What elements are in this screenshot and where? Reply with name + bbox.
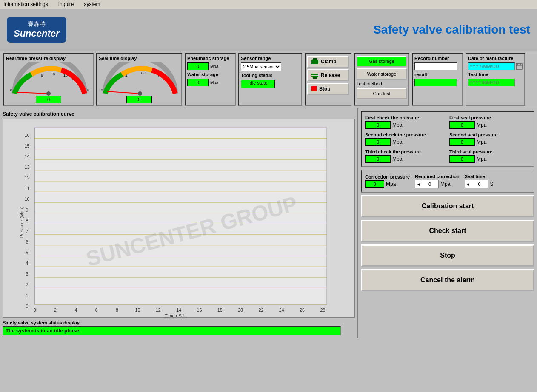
svg-rect-21 [311, 60, 318, 62]
first-seal-item: First seal pressure Mpa [449, 115, 530, 129]
date-of-manufacture-label: Date of manufacture [468, 56, 523, 61]
calibration-start-button[interactable]: Calibration start [361, 195, 534, 217]
svg-text:5: 5 [26, 250, 28, 255]
svg-text:8: 8 [53, 72, 55, 76]
gas-water-panel: Gas storage Water storage Test method Ga… [354, 53, 409, 106]
clamp-button[interactable]: Clamp [307, 56, 349, 68]
svg-text:10: 10 [25, 196, 30, 202]
test-method-label: Test method [357, 81, 407, 86]
svg-text:12: 12 [156, 307, 161, 312]
required-correction-unit: Mpa [440, 181, 450, 187]
svg-text:6: 6 [26, 239, 28, 244]
svg-text:12: 12 [25, 175, 30, 180]
second-check-item: Second check the pressure Mpa [365, 132, 446, 146]
seal-time-right-value[interactable] [471, 180, 488, 188]
second-check-label: Second check the pressure [365, 132, 446, 137]
stop-button-main[interactable]: Stop [361, 244, 534, 267]
date-of-manufacture-input[interactable] [468, 62, 515, 70]
menu-inquire[interactable]: Inquire [57, 1, 76, 8]
first-seal-label: First seal pressure [449, 115, 530, 120]
result-input[interactable] [414, 79, 457, 86]
water-storage-value[interactable] [187, 79, 209, 86]
svg-text:14: 14 [25, 154, 30, 159]
water-storage-label: Water storage [187, 72, 233, 77]
action-panel: Clamp Release Stop [305, 53, 351, 106]
record-number-input[interactable] [414, 62, 457, 70]
svg-text:22: 22 [259, 307, 264, 312]
third-seal-value[interactable] [449, 155, 475, 163]
seal-time-gauge-svg: 0 0.2 0.4 0.6 0.8 1 S [99, 62, 180, 96]
test-time-input[interactable] [468, 79, 515, 86]
second-seal-item: Second seal pressure Mpa [449, 132, 530, 146]
realtime-pressure-value[interactable] [36, 96, 61, 103]
svg-text:14: 14 [176, 307, 181, 312]
svg-text:10: 10 [135, 307, 140, 312]
first-seal-value[interactable] [449, 121, 475, 129]
gas-test-button[interactable]: Gas test [357, 88, 407, 99]
right-panel: First check the pressure Mpa First seal … [358, 108, 537, 338]
menubar: Information settings Inquire system [0, 0, 537, 9]
seal-time-value[interactable] [126, 96, 152, 103]
seal-time-right-unit: S [490, 181, 494, 187]
second-seal-value[interactable] [449, 138, 475, 146]
chart-title: Safety valve calibration curve [3, 111, 355, 117]
second-check-value[interactable] [365, 138, 391, 146]
status-text: The system is in an idle phase [3, 326, 341, 335]
water-unit: Mpa [210, 80, 218, 85]
second-seal-label: Second seal pressure [449, 132, 530, 137]
first-seal-unit: Mpa [477, 122, 486, 128]
sensor-range-label: Sensor range [241, 56, 300, 61]
spin-left-icon: ◄ [415, 182, 421, 187]
svg-marker-23 [312, 58, 317, 60]
gas-storage-button[interactable]: Gas storage [357, 56, 407, 67]
pressure-section: First check the pressure Mpa First seal … [361, 111, 534, 167]
menu-information-settings[interactable]: Information settings [2, 1, 50, 8]
svg-text:8: 8 [116, 307, 118, 312]
storage-panel: Pneumatic storage Mpa Water storage Mpa [185, 53, 236, 106]
pneumatic-unit: Mpa [210, 64, 218, 69]
pressure-gauge-svg: 0 2 4 6 8 10 12 14 16 Mpa [6, 62, 91, 96]
tooling-status-label: Tooling status [241, 73, 300, 78]
record-panel: Record number result [412, 53, 463, 106]
svg-text:28: 28 [320, 307, 326, 312]
svg-text:26: 26 [300, 307, 305, 312]
required-correction-label: Required correction [415, 174, 460, 179]
svg-text:6: 6 [41, 73, 43, 77]
status-title: Safety valve system status display [3, 320, 355, 325]
svg-rect-27 [311, 86, 317, 91]
svg-text:8: 8 [26, 218, 28, 223]
correction-pressure-item: Correction pressure Mpa [365, 174, 410, 188]
menu-system[interactable]: system [82, 1, 102, 8]
main-area: Safety valve calibration curve 0 1 2 3 4… [0, 108, 537, 338]
check-start-button[interactable]: Check start [361, 220, 534, 242]
required-correction-value[interactable] [421, 180, 438, 188]
stop-button-top[interactable]: Stop [307, 83, 349, 95]
svg-text:1: 1 [26, 293, 28, 298]
release-button[interactable]: Release [307, 69, 349, 81]
first-check-value[interactable] [365, 121, 391, 129]
sensor-select[interactable]: 2.5Mpa sensor [241, 62, 281, 71]
clamp-icon [311, 57, 319, 66]
second-check-unit: Mpa [392, 139, 402, 145]
logo: 赛森特 Suncenter [7, 17, 66, 43]
spin-left-icon2: ◄ [465, 182, 471, 187]
seal-time-item: Seal time ◄ S [465, 174, 494, 188]
realtime-pressure-panel: Real-time pressure display 0 2 4 6 8 10 … [3, 53, 94, 106]
svg-text:15: 15 [25, 143, 30, 148]
svg-point-10 [46, 91, 51, 96]
svg-text:Time ( S ): Time ( S ) [165, 313, 184, 317]
water-storage-button[interactable]: Water storage [357, 68, 407, 80]
svg-line-9 [17, 92, 49, 94]
cancel-alarm-button[interactable]: Cancel the alarm [361, 269, 534, 291]
svg-rect-25 [311, 74, 318, 75]
correction-pressure-value[interactable] [365, 180, 384, 188]
svg-text:9: 9 [26, 207, 28, 213]
svg-text:2: 2 [54, 307, 57, 312]
svg-text:3: 3 [26, 271, 28, 276]
svg-text:11: 11 [25, 186, 30, 191]
third-check-value[interactable] [365, 155, 391, 163]
pneumatic-storage-label: Pneumatic storage [187, 56, 233, 61]
calendar-icon[interactable] [516, 63, 523, 70]
release-icon [311, 71, 319, 80]
pneumatic-storage-value[interactable] [187, 62, 209, 70]
